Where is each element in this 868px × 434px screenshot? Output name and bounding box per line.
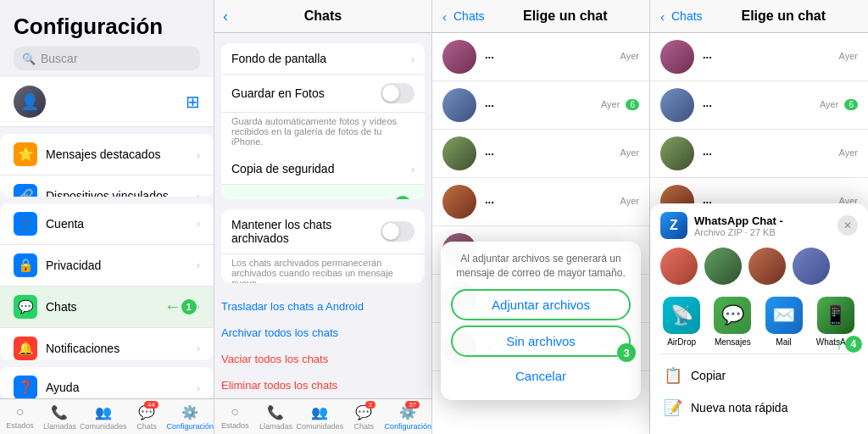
exportar-label: Exportar chat bbox=[231, 198, 376, 199]
chat-row-top: ··· Ayer 6 bbox=[485, 99, 639, 112]
back-button-3[interactable]: ‹ bbox=[442, 9, 447, 24]
chat-name: ··· bbox=[703, 51, 712, 64]
link-archivar[interactable]: Archivar todos los chats bbox=[221, 320, 425, 346]
qr-icon[interactable]: ⊞ bbox=[186, 92, 200, 112]
step2-badge: 2 bbox=[394, 196, 411, 199]
tab-label-chats: Chats bbox=[136, 422, 157, 431]
contact-bubble[interactable] bbox=[748, 248, 786, 285]
chat-time: Ayer bbox=[620, 147, 639, 160]
nav-title-3: Elige un chat bbox=[492, 8, 639, 24]
action-copy[interactable]: 📋 Copiar bbox=[660, 359, 858, 392]
cancel-button[interactable]: Cancelar bbox=[451, 362, 631, 390]
app-item-whatsapp[interactable]: 📱 WhatsApp ↑ 4 bbox=[816, 297, 855, 347]
chat-row[interactable]: ··· Ayer bbox=[432, 130, 649, 178]
step1-arrow: ← bbox=[164, 297, 181, 316]
search-icon: 🔍 bbox=[22, 53, 36, 65]
app-item-airdrop[interactable]: 📡 AirDrop bbox=[663, 297, 700, 347]
chat-avatar bbox=[660, 40, 694, 74]
settings-group-2: Mantener los chats archivados Los chats … bbox=[221, 209, 425, 283]
chat-row[interactable]: ··· Ayer bbox=[432, 33, 649, 81]
menu-item-starred[interactable]: ⭐ Mensajes destacados › bbox=[0, 134, 214, 175]
contact-bubble[interactable] bbox=[660, 248, 698, 285]
chat-row[interactable]: ··· Ayer bbox=[650, 33, 868, 81]
tab2-configuracion[interactable]: ⚙️ 37 Configuración bbox=[384, 404, 431, 431]
chat-row[interactable]: ··· Ayer bbox=[432, 178, 649, 226]
settings-item-copia[interactable]: Copia de seguridad › bbox=[221, 153, 425, 185]
menu-item-chats[interactable]: 💬 Chats ← 1 › bbox=[0, 287, 214, 328]
chat-time: Ayer bbox=[839, 147, 858, 160]
action-nota[interactable]: 📝 Nueva nota rápida bbox=[660, 392, 858, 424]
tab-label-llamadas: Llamadas bbox=[43, 422, 76, 431]
tab2-llamadas[interactable]: 📞 Llamadas bbox=[255, 404, 296, 431]
step4-badge: 4 bbox=[845, 336, 862, 353]
share-sheet: Z WhatsApp Chat - Archivo ZIP · 27 KB ✕ … bbox=[650, 203, 868, 434]
search-input[interactable]: Buscar bbox=[41, 52, 78, 65]
search-bar[interactable]: 🔍 Buscar bbox=[14, 47, 200, 70]
chat-avatar bbox=[442, 185, 476, 219]
mantener-toggle[interactable] bbox=[381, 221, 415, 242]
link-eliminar[interactable]: Eliminar todos los chats bbox=[221, 372, 425, 398]
menu-label-chats: Chats bbox=[46, 300, 164, 314]
chat-nav-header-4: ‹ Chats Elige un chat bbox=[650, 0, 868, 33]
zip-icon: Z bbox=[660, 212, 687, 239]
tab-chats[interactable]: 💬 44 Chats bbox=[126, 404, 166, 431]
nav-header-2: ‹ Chats bbox=[214, 0, 431, 33]
menu-item-ayuda[interactable]: ❓ Ayuda › bbox=[0, 367, 214, 398]
attach-button[interactable]: Adjuntar archivos bbox=[451, 289, 631, 320]
chat-badge: 6 bbox=[626, 99, 639, 110]
menu-item-privacidad[interactable]: 🔒 Privacidad › bbox=[0, 245, 214, 287]
chevron-icon: › bbox=[197, 300, 200, 313]
settings-item-fondo[interactable]: Fondo de pantalla › bbox=[221, 43, 425, 75]
chat-name: ··· bbox=[485, 196, 494, 209]
back-label-3[interactable]: Chats bbox=[453, 9, 485, 23]
panel-elige-chat: ‹ Chats Elige un chat ··· Ayer ··· Ayer … bbox=[432, 0, 650, 434]
tab-configuracion[interactable]: ⚙️ Configuración bbox=[166, 404, 214, 431]
tab-comunidades[interactable]: 👥 Comunidades bbox=[80, 404, 127, 431]
app-item-mail[interactable]: ✉️ Mail bbox=[765, 297, 803, 347]
settings-item-mantener[interactable]: Mantener los chats archivados bbox=[221, 209, 425, 254]
link-trasladar[interactable]: Trasladar los chats a Android bbox=[221, 293, 425, 320]
tab2-estados[interactable]: ○ Estados bbox=[214, 404, 255, 431]
menu-item-cuenta[interactable]: 👤 Cuenta › bbox=[0, 203, 214, 245]
chat-avatar bbox=[442, 88, 476, 122]
app-row: 📡 AirDrop 💬 Mensajes ✉️ Mail 📱 WhatsApp … bbox=[660, 297, 858, 347]
chat-row-top: ··· Ayer 6 bbox=[703, 99, 858, 112]
menu-item-linked[interactable]: 🔗 Dispositivos vinculados › bbox=[0, 175, 214, 197]
tab2-chats[interactable]: 💬 2 Chats bbox=[343, 404, 384, 431]
back-button[interactable]: ‹ bbox=[223, 8, 228, 25]
tab2-comunidades[interactable]: 👥 Comunidades bbox=[297, 404, 344, 431]
profile-row[interactable]: 👤 ⊞ bbox=[0, 77, 214, 127]
app-item-messages[interactable]: 💬 Mensajes bbox=[714, 297, 751, 347]
chevron-icon: › bbox=[197, 342, 200, 354]
chat-row[interactable]: ··· Ayer 6 bbox=[432, 81, 649, 130]
settings-item-exportar[interactable]: Exportar chat ← 2 › bbox=[221, 185, 425, 199]
fotos-toggle[interactable] bbox=[381, 83, 415, 103]
tab-estados[interactable]: ○ Estados bbox=[0, 404, 40, 431]
chat-meta: ··· Ayer bbox=[485, 51, 639, 64]
contact-bubble[interactable] bbox=[704, 248, 742, 285]
step1-badge: 1 bbox=[181, 299, 197, 314]
settings-item-fotos-wrap: Guardar en Fotos Guarda automáticamente … bbox=[221, 75, 425, 153]
fotos-desc: Guarda automáticamente fotos y vídeos re… bbox=[221, 113, 425, 153]
tab-llamadas[interactable]: 📞 Llamadas bbox=[40, 404, 80, 431]
airdrop-icon: 📡 bbox=[663, 297, 700, 334]
settings-item-fotos[interactable]: Guardar en Fotos bbox=[221, 75, 425, 113]
airdrop-label: AirDrop bbox=[667, 337, 696, 347]
estados-icon: ○ bbox=[16, 404, 25, 420]
no-attach-button[interactable]: Sin archivos 3 bbox=[451, 326, 631, 357]
chat-time: Ayer 6 bbox=[601, 99, 639, 112]
menu-item-notificaciones[interactable]: 🔔 Notificaciones › bbox=[0, 328, 214, 361]
modal-desc: Al adjuntar archivos se generará un mens… bbox=[451, 252, 631, 281]
chat-name: ··· bbox=[485, 147, 494, 160]
link-vaciar[interactable]: Vaciar todos los chats bbox=[221, 346, 425, 372]
chat-row-top: ··· Ayer bbox=[485, 147, 639, 160]
chevron-icon: › bbox=[197, 259, 200, 271]
chat-row[interactable]: ··· Ayer bbox=[650, 130, 868, 178]
chat-row[interactable]: ··· Ayer 6 bbox=[650, 81, 868, 130]
menu-label-privacidad: Privacidad bbox=[46, 259, 197, 272]
contact-bubble[interactable] bbox=[793, 248, 830, 285]
share-close-button[interactable]: ✕ bbox=[837, 215, 858, 236]
avatar[interactable]: 👤 bbox=[14, 86, 46, 118]
back-button-4[interactable]: ‹ bbox=[660, 9, 665, 24]
back-label-4[interactable]: Chats bbox=[671, 9, 703, 23]
